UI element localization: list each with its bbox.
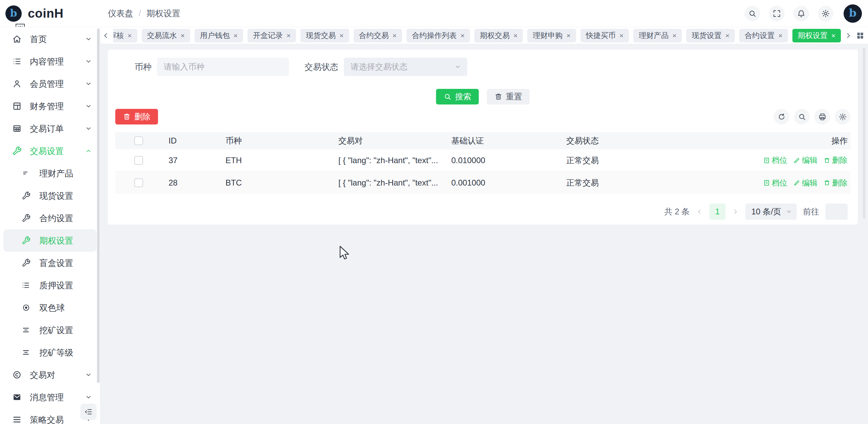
table-toolbar: 删除 <box>115 109 850 124</box>
tab-user-wallet[interactable]: 用户钱包× <box>195 29 243 42</box>
sidebar-item-trade-pairs[interactable]: 交易对 <box>0 364 100 386</box>
sidebar-subitem-option-setting[interactable]: 期权设置 <box>3 229 97 252</box>
bulk-delete-button[interactable]: 删除 <box>115 109 158 124</box>
search-button[interactable]: 搜索 <box>436 89 479 104</box>
sidebar-collapse-button[interactable] <box>80 404 97 420</box>
close-icon[interactable]: × <box>619 32 624 40</box>
delete-button[interactable]: 删除 <box>824 178 848 188</box>
sidebar-subitem-pledge-setting[interactable]: 质押设置 <box>0 274 100 296</box>
gear-icon <box>839 113 847 121</box>
notifications-button[interactable] <box>793 6 809 21</box>
cell-status: 正常交易 <box>566 177 738 188</box>
sidebar-subitem-blindbox-setting[interactable]: 盲盒设置 <box>0 252 100 274</box>
sidebar-item-member-mgmt[interactable]: 会员管理 <box>0 73 100 95</box>
close-icon[interactable]: × <box>513 32 517 40</box>
sidebar-subitem-spot-setting[interactable]: 现货设置 <box>0 185 100 207</box>
topbar-actions: b <box>745 4 868 23</box>
status-select[interactable]: 请选择交易状态 <box>344 58 467 76</box>
global-search-button[interactable] <box>745 6 760 21</box>
fullscreen-button[interactable] <box>769 6 785 21</box>
sidebar-subitem-mining-level[interactable]: 挖矿等级 <box>0 341 100 364</box>
goto-page-input[interactable] <box>825 204 848 220</box>
sidebar-subitem-two-color-ball[interactable]: 双色球 <box>0 296 100 319</box>
tabs-scroll-right-button[interactable] <box>844 32 852 40</box>
prev-page-button[interactable] <box>696 208 703 215</box>
close-icon[interactable]: × <box>778 32 782 40</box>
wrench-icon <box>22 191 31 200</box>
tab-withdraw-review[interactable]: 提币审核× <box>113 29 137 42</box>
sidebar-item-trade-orders[interactable]: 交易订单 <box>0 117 100 140</box>
tiers-button[interactable]: 档位 <box>763 178 787 188</box>
select-all-checkbox[interactable] <box>134 136 143 145</box>
tab-wealth-subscribe[interactable]: 理财申购× <box>527 29 576 42</box>
breadcrumb-dashboard[interactable]: 仪表盘 <box>108 8 133 19</box>
close-icon[interactable]: × <box>234 32 238 40</box>
sidebar-item-content-mgmt[interactable]: 内容管理 <box>0 50 100 73</box>
table-icon <box>12 124 22 133</box>
tabs-scroll-left-button[interactable] <box>102 32 110 40</box>
close-icon[interactable]: × <box>287 32 291 40</box>
column-settings-button[interactable] <box>835 109 850 124</box>
tabs-overview-button[interactable] <box>856 31 865 40</box>
tab-wealth-product[interactable]: 理财产品× <box>633 29 682 42</box>
tiers-button[interactable]: 档位 <box>763 155 787 166</box>
reset-button[interactable]: 重置 <box>487 89 530 104</box>
wrench-icon <box>22 236 31 245</box>
page-scrollbar[interactable] <box>863 47 865 219</box>
print-button[interactable] <box>814 109 830 124</box>
cell-currency: BTC <box>225 178 338 188</box>
col-pair: 交易对 <box>338 135 451 146</box>
close-icon[interactable]: × <box>566 32 570 40</box>
sidebar-subitem-wealth-product[interactable]: 理财产品 <box>0 162 100 185</box>
chevron-right-icon <box>844 32 852 40</box>
tab-transaction-flow[interactable]: 交易流水× <box>142 29 190 42</box>
sidebar-subitem-mining-setting[interactable]: 挖矿设置 <box>0 319 100 341</box>
sidebar-item-trade-settings[interactable]: 交易设置 <box>0 140 100 162</box>
row-checkbox[interactable] <box>134 156 143 165</box>
refresh-button[interactable] <box>774 109 789 124</box>
edit-button[interactable]: 编辑 <box>793 155 817 166</box>
close-icon[interactable]: × <box>725 32 729 40</box>
cell-currency: ETH <box>225 156 338 165</box>
sidebar-scrollbar[interactable] <box>97 28 100 383</box>
brand-badge: W <box>16 24 25 27</box>
close-icon[interactable]: × <box>127 32 132 40</box>
document-icon <box>763 157 770 164</box>
close-icon[interactable]: × <box>393 32 397 40</box>
settings-button[interactable] <box>818 6 833 21</box>
close-icon[interactable]: × <box>181 32 185 40</box>
edit-button[interactable]: 编辑 <box>793 178 817 188</box>
close-icon[interactable]: × <box>460 32 465 40</box>
tab-quick-buy[interactable]: 快捷买币× <box>580 29 629 42</box>
filter-form: 币种 交易状态 请选择交易状态 <box>135 58 858 76</box>
close-icon[interactable]: × <box>831 32 835 40</box>
tab-option-setting-active[interactable]: 期权设置× <box>792 29 841 42</box>
tab-openbox-record[interactable]: 开盒记录× <box>248 29 296 42</box>
currency-input[interactable] <box>157 58 289 76</box>
tab-spot-trade[interactable]: 现货交易× <box>300 29 349 42</box>
page-size-select[interactable]: 10 条/页 <box>745 204 797 220</box>
col-actions: 操作 <box>738 135 850 146</box>
chevron-right-icon <box>732 208 739 215</box>
sidebar-item-home[interactable]: 首页 <box>0 28 100 50</box>
delete-button[interactable]: 删除 <box>824 155 848 166</box>
brand: b coinH W <box>0 0 100 27</box>
page-number-1[interactable]: 1 <box>709 204 726 220</box>
table-row: 37 ETH [ { "lang": "zh-Hant", "text"... … <box>115 149 850 172</box>
tab-option-trade[interactable]: 期权交易× <box>474 29 523 42</box>
close-icon[interactable]: × <box>339 32 343 40</box>
tab-contract-setting[interactable]: 合约设置× <box>739 29 788 42</box>
next-page-button[interactable] <box>732 208 739 215</box>
tab-contract-trade[interactable]: 合约交易× <box>354 29 402 42</box>
close-icon[interactable]: × <box>672 32 676 40</box>
avatar[interactable]: b <box>844 4 862 23</box>
sidebar-item-finance-mgmt[interactable]: 财务管理 <box>0 95 100 117</box>
tab-contract-op-list[interactable]: 合约操作列表× <box>407 29 470 42</box>
refresh-icon <box>777 113 786 121</box>
tab-spot-setting[interactable]: 现货设置× <box>686 29 735 42</box>
tabs-viewport: 列表权限× 充值明细× 提币审核× 交易流水× 用户钱包× 开盒记录× 现货交易… <box>113 29 841 42</box>
table-search-button[interactable] <box>794 109 810 124</box>
row-checkbox[interactable] <box>134 178 143 187</box>
sidebar-subitem-contract-setting[interactable]: 合约设置 <box>0 207 100 229</box>
collapse-icon <box>84 407 93 416</box>
